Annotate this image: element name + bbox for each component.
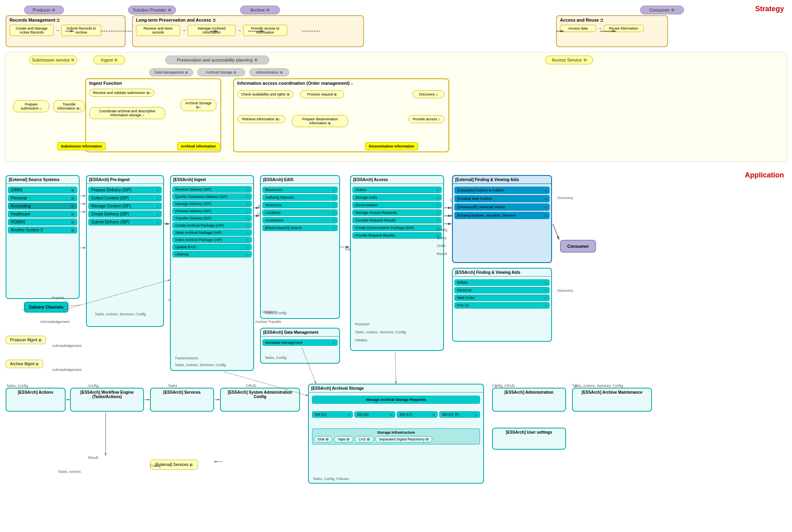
biz-prepare-dissem: Prepare dissemination information ⊞ xyxy=(292,115,348,127)
acc-create-dip: Create Dissemination Package (DIP)⌂ xyxy=(352,225,442,231)
eais-authority: Authority Records⌂ xyxy=(262,194,338,201)
label-query2: Query xyxy=(437,236,447,240)
access-title: [ESSArch] Access xyxy=(351,176,443,184)
archival-storage-box: [ESSArch] Archival Storage Manage Archiv… xyxy=(308,384,484,484)
label-tasks-config4: Tasks, Config xyxy=(265,356,286,360)
label-tasks-config: Tasks, Actions, Services; Config xyxy=(95,312,146,316)
svg-line-19 xyxy=(553,224,559,240)
actor-archive: Archive ⊞ xyxy=(240,6,280,14)
biz-check-avail: Check availability and rights ⊞ xyxy=(237,90,293,98)
svc-access: Access Service ⊞ xyxy=(545,56,593,64)
fa-fva: FVA Xx⌂ xyxy=(454,302,550,309)
finding-aids-ess-title: [ESSArch] Finding & Viewing Aids xyxy=(453,269,551,277)
submission-info-badge: Submission information xyxy=(57,142,106,150)
fa-kibana: [Kibana] Explore, Visualize, Discover⌂ xyxy=(454,212,550,219)
label-config1: Config xyxy=(437,228,447,232)
acc-manage-requests: Manage Access Requests⌂ xyxy=(352,209,442,216)
pi-manage: Manage Content (SIP)⌂ xyxy=(88,203,162,209)
label-config-crud: Config, CRUD xyxy=(492,384,515,388)
infra-tape: Tape ⊞ xyxy=(334,436,353,442)
label-tasks-services: Tasks, Actions, Services; Config xyxy=(355,330,406,334)
pre-ingest-title: [ESSArch] Pre-Ingest xyxy=(87,176,163,184)
svc-submission: Submission service ⊞ xyxy=(29,56,77,64)
fa-erms: ERMS⌂ xyxy=(454,279,550,286)
biz-prepare-sub: Prepare submission ⌂ xyxy=(13,100,49,112)
eais-title: [ESSArch] EAIS xyxy=(261,176,339,184)
step-receive-store: Receive and store records xyxy=(136,25,180,36)
step-provide-access: Provide access to information xyxy=(243,25,287,36)
acc-compile-results: Compile Request Results⌂ xyxy=(352,217,442,223)
access-reuse-group: Access and Reuse ⊐ Access data → Reuse i… xyxy=(556,15,668,47)
ing-manage: Manage Delivery (SIP)⌂ xyxy=(172,201,252,207)
infra-cas: CAS ⊞ xyxy=(355,436,374,442)
label-ack2: Acknowledgement xyxy=(52,344,82,348)
ing-update-eais: Update EAIS⌂ xyxy=(172,244,252,250)
business-section: Submission service ⊞ Ingest ⊞ Preservati… xyxy=(5,52,787,162)
ingest-title: [ESSArch] Ingest xyxy=(171,176,253,184)
eais-box: [ESSArch] EAIS Resources⌂ Authority Reco… xyxy=(260,175,340,319)
ingest-function-box: Ingest Function Receive and validate sub… xyxy=(85,78,221,152)
ing-store-aip: Store Archival Package (AIP)⌂ xyxy=(172,229,252,236)
services-title: [ESSArch] Services xyxy=(151,389,213,396)
src-rdbms: RDBMS⊞ xyxy=(8,219,77,225)
sm-d: SM (D)⌂ xyxy=(354,411,395,418)
fa-uvviewsoft: [UVviewsoft] Universal Viewer⌂ xyxy=(454,203,550,211)
step-manage-archived: Manage Archived Information xyxy=(188,25,236,36)
ing-qa: Quality Assurance Delivery (SIP)⌂ xyxy=(172,193,252,200)
external-source-title: [External] Source Systems xyxy=(6,176,79,184)
actions-box: [ESSArch] Actions xyxy=(6,388,66,412)
sm-c: SM (C)⌂ xyxy=(312,411,353,418)
acc-storage-units: Storage Units⌂ xyxy=(352,194,442,201)
biz-provide-access: Provide access ⌂ xyxy=(408,115,444,123)
label-tasks-actions-bottom: Tasks, Actions xyxy=(58,470,81,474)
fa-web-order: Web Order⌂ xyxy=(454,295,550,301)
step-create-manage: Create and Manage Active Records xyxy=(10,25,54,36)
longterm-group: Long-term Preservation and Access ⊐ Rece… xyxy=(132,15,364,47)
workflow-title: [ESSArch] Workflow Engine (Tasks/Actions… xyxy=(71,389,143,400)
pre-ingest-box: [ESSArch] Pre-Ingest Prepare Delivery (S… xyxy=(86,175,164,327)
label-transmissions2: Transmissions xyxy=(175,356,198,360)
label-ack1: Acknowledgement xyxy=(40,320,70,324)
actions-title: [ESSArch] Actions xyxy=(6,389,65,396)
sm-lt: SM (LT)⌂ xyxy=(397,411,438,418)
biz-transfer-info: Transfer information ⊞⌂ xyxy=(53,100,85,112)
sys-admin-title: [ESSArch] System Administration Config xyxy=(221,389,299,400)
dm-metadata: Metadata Management⌂ xyxy=(262,339,338,346)
label-discovery2: Discovery xyxy=(557,289,573,293)
eais-search: [ElasticSearch] Search⌂ xyxy=(262,225,338,231)
storage-infra-box: Storage Infrastructure Disk ⊞ Tape ⊞ CAS… xyxy=(312,428,480,444)
step-access-data: Access data xyxy=(560,25,596,32)
label-tasks-config2: Tasks, Actions, Services; Config xyxy=(175,363,226,367)
ing-create-aip: Create Archival Package (AIP)⌂ xyxy=(172,222,252,229)
user-settings-box: [ESSArch] User settings xyxy=(492,428,566,450)
sub-archival-storage: Archival Storage ⊞ xyxy=(197,68,245,76)
admin-box: [ESSArch] Administration xyxy=(492,388,566,412)
finding-aids-ext-box: [External] Finding & Viewing Aids [Datas… xyxy=(452,175,552,263)
svc-preservation: Preservation and accessibility planning … xyxy=(165,56,269,64)
pi-submit: Submit Delivery (SIP)⌂ xyxy=(88,219,162,225)
user-settings-title: [ESSArch] User settings xyxy=(493,428,565,436)
info-access-box: Information access coordination (Order m… xyxy=(233,78,449,152)
actor-solution-provider: Solution Provider ⊞ xyxy=(128,6,176,14)
actor-producer: Producer ⊞ xyxy=(24,6,64,14)
fa-omeka: [Omeka] Web Publish⌂ xyxy=(454,195,550,202)
strategy-label: Strategy xyxy=(755,5,784,13)
label-archive-transfer: Archive Transfer xyxy=(255,320,282,324)
label-tasks-bottom: Tasks xyxy=(168,384,177,388)
finding-aids-ess-box: [ESSArch] Finding & Viewing Aids ERMS⌂ P… xyxy=(452,268,552,342)
sub-data-mgmt: Data Management ⊞ xyxy=(149,68,193,76)
records-mgmt-group: Records Management ⊐ Create and Manage A… xyxy=(6,15,126,47)
label-provision: Provision xyxy=(355,322,370,326)
svg-line-27 xyxy=(395,352,396,384)
label-crud-bottom: CRUD xyxy=(246,384,256,388)
ing-process: Process Delivery (SIP)⌂ xyxy=(172,208,252,214)
label-ack3: Acknowledgement xyxy=(52,368,82,372)
manage-storage-requests: Manage Archival Storage Requests xyxy=(312,396,480,404)
fa-datasette: [Datasette] Explore & Publish⌂ xyxy=(454,187,550,194)
step-reuse-info: Reuse information xyxy=(604,25,644,32)
data-mgmt-title: [ESSArch] Data Management xyxy=(261,329,339,337)
archive-mgmt-box: Archive Mgmt ⊞ xyxy=(6,360,43,368)
ingest-box: [ESSArch] Ingest Receive Delivery (SIP)⌂… xyxy=(170,175,254,371)
acc-orders: Orders⌂ xyxy=(352,187,442,193)
label-result-bottom: Result xyxy=(88,456,98,460)
